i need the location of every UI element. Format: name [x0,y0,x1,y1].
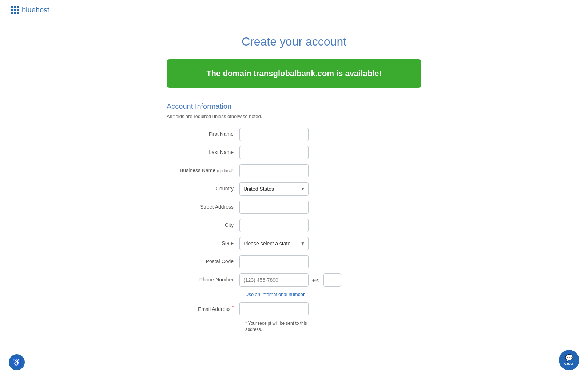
phone-number-row: Phone Number ext. [167,273,421,287]
page-title: Create your account [242,35,346,48]
ext-label: ext. [312,277,320,283]
postal-code-input[interactable] [239,255,309,268]
state-label: State [167,240,239,247]
logo-grid-icon [11,6,19,14]
chat-button[interactable]: 💬 CHAT [559,350,579,370]
phone-row-wrapper: ext. [239,273,341,287]
state-row: State Please select a state Alabama Alas… [167,237,421,250]
first-name-label: First Name [167,131,239,138]
business-name-input[interactable] [239,164,309,177]
logo-text: bluehost [22,6,49,14]
country-select[interactable]: United States Canada United Kingdom Aust… [239,182,309,196]
last-name-row: Last Name [167,146,421,159]
first-name-input[interactable] [239,128,309,141]
header: bluehost [0,0,588,20]
last-name-label: Last Name [167,149,239,156]
accessibility-button[interactable]: ♿ [9,354,25,370]
state-select-wrapper: Please select a state Alabama Alaska Ari… [239,237,309,250]
account-information-section: Account Information All fields are requi… [167,102,421,333]
phone-number-label: Phone Number [167,276,239,284]
city-input[interactable] [239,219,309,232]
country-label: Country [167,185,239,193]
country-row: Country United States Canada United King… [167,182,421,196]
chat-icon: 💬 [565,355,573,361]
last-name-input[interactable] [239,146,309,159]
main-content: Create your account The domain transglob… [0,20,588,379]
street-address-row: Street Address [167,201,421,214]
email-input[interactable] [239,302,309,315]
postal-code-row: Postal Code [167,255,421,268]
street-address-label: Street Address [167,204,239,211]
section-title: Account Information [167,102,421,111]
first-name-row: First Name [167,128,421,141]
logo-area: bluehost [11,6,49,14]
city-row: City [167,219,421,232]
domain-banner-text: The domain transglobalbank.com is availa… [206,69,382,78]
email-row: Email Address * [167,302,421,315]
accessibility-icon: ♿ [12,358,21,367]
city-label: City [167,222,239,229]
section-subtitle: All fields are required unless otherwise… [167,114,421,119]
email-label: Email Address * [167,304,239,313]
domain-banner: The domain transglobalbank.com is availa… [167,59,421,88]
country-select-wrapper: United States Canada United Kingdom Aust… [239,182,309,196]
ext-input[interactable] [323,273,341,287]
international-number-link[interactable]: Use an international number [239,292,421,297]
phone-input[interactable] [239,273,309,287]
email-note: * Your receipt will be sent to this addr… [245,320,314,333]
chat-label: CHAT [564,362,574,366]
state-select[interactable]: Please select a state Alabama Alaska Ari… [239,237,309,250]
street-address-input[interactable] [239,201,309,214]
business-name-row: Business Name (optional) [167,164,421,177]
postal-code-label: Postal Code [167,258,239,265]
business-name-label: Business Name (optional) [167,167,239,174]
